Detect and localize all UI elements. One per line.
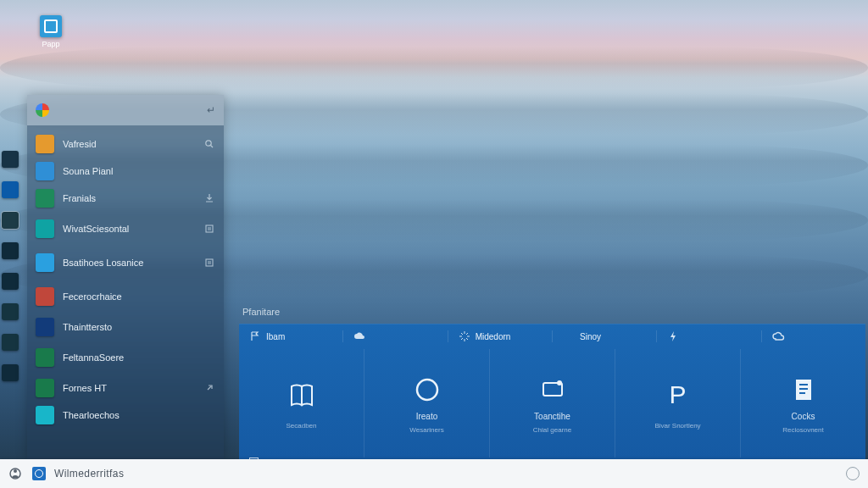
app-label: Thainttersto — [63, 322, 195, 333]
tile-label: Cocks — [792, 412, 815, 421]
svg-point-24 — [14, 469, 17, 473]
app-list-item[interactable]: Souna Pianl — [27, 158, 224, 185]
taskbar-search-icon[interactable] — [32, 467, 46, 480]
tile[interactable]: Secadben — [239, 349, 364, 458]
app-icon — [36, 348, 54, 367]
app-list-item[interactable]: Vafresid — [27, 130, 224, 158]
app-list-item[interactable]: Thainttersto — [27, 313, 224, 341]
submit-search-icon[interactable]: ↵ — [207, 104, 215, 116]
svg-point-18 — [557, 380, 562, 385]
tile-icon: P — [661, 378, 695, 412]
app-list-item[interactable]: Franials — [27, 185, 224, 212]
side-dock — [2, 151, 22, 381]
app-label: FeltannaSoere — [63, 352, 195, 363]
tile-mini[interactable]: Midedorn — [448, 330, 553, 342]
app-label: Franials — [63, 193, 195, 204]
cloud-icon — [353, 330, 365, 342]
svg-rect-5 — [206, 259, 213, 266]
app-label: WivatSciesontal — [63, 224, 195, 235]
desktop: Papp ↵ VafresidSouna PianlFranialsWivatS… — [0, 0, 868, 488]
dock-item[interactable] — [2, 273, 19, 290]
dock-item[interactable] — [2, 334, 19, 351]
tile-mini[interactable] — [762, 330, 865, 342]
bolt-icon — [667, 330, 679, 342]
tile-label: Toanctihe — [534, 412, 570, 421]
none-icon — [203, 409, 215, 421]
tile-mini[interactable]: Sinoy — [553, 330, 657, 342]
app-icon — [36, 287, 54, 306]
tile[interactable]: ToanctiheChial gearne — [490, 349, 615, 458]
app-icon — [40, 15, 62, 37]
taskbar-search-label[interactable]: Wilmederritfas — [54, 468, 124, 480]
link-icon — [203, 382, 215, 394]
dock-item[interactable] — [2, 242, 19, 259]
svg-line-1 — [211, 146, 214, 148]
none-icon — [203, 352, 215, 363]
tile-mini[interactable]: Ibam — [239, 330, 343, 342]
tile[interactable]: IreatoWesariners — [364, 349, 490, 458]
tiles-top-row: IbamMidedornSinoy — [239, 324, 865, 349]
tile[interactable]: CocksReciosovnent — [741, 349, 865, 458]
tile-label: Ireato — [416, 412, 438, 421]
search-icon — [203, 138, 215, 150]
svg-rect-2 — [206, 225, 213, 232]
dock-item[interactable] — [2, 364, 19, 381]
tiles-main-row: SecadbenIreatoWesarinersToanctiheChial g… — [239, 349, 865, 458]
taskbar: Wilmederritfas — [0, 459, 868, 488]
flag-icon — [249, 330, 261, 342]
app-icon — [36, 318, 54, 336]
tiles-heading: Pfanitare — [242, 307, 280, 317]
svg-line-12 — [461, 333, 463, 335]
svg-point-16 — [417, 380, 437, 400]
svg-line-14 — [466, 333, 468, 335]
desktop-shortcut[interactable]: Papp — [32, 15, 70, 48]
dock-item[interactable] — [2, 151, 19, 168]
blank-icon — [563, 330, 575, 342]
app-label: Vafresid — [63, 139, 195, 150]
start-menu: ↵ VafresidSouna PianlFranialsWivatScieso… — [27, 95, 224, 459]
tile-sublabel: Chial gearne — [533, 426, 571, 434]
tile-mini[interactable] — [343, 330, 448, 342]
app-icon — [36, 219, 54, 238]
start-search-input[interactable] — [56, 105, 200, 115]
svg-line-15 — [461, 338, 463, 340]
tile-icon — [410, 373, 444, 407]
app-list-item[interactable]: WivatSciesontal — [27, 212, 224, 246]
search-engine-icon — [36, 103, 49, 117]
app-label: Souna Pianl — [63, 166, 195, 177]
app-list-item[interactable]: FeltannaSoere — [27, 341, 224, 374]
tile-sublabel: Bivar Snortleny — [654, 422, 700, 430]
app-icon — [36, 379, 54, 397]
desktop-shortcut-label: Papp — [32, 40, 70, 48]
tile-mini[interactable] — [657, 330, 761, 342]
dock-item[interactable] — [2, 303, 19, 320]
tile-icon — [285, 378, 319, 412]
tile-icon — [536, 373, 570, 407]
burst-icon — [459, 330, 470, 342]
cloud2-icon — [772, 330, 784, 342]
tile-sublabel: Wesariners — [409, 426, 443, 434]
svg-point-0 — [206, 141, 211, 146]
tile-sublabel: Reciosovnent — [782, 426, 823, 434]
tile-mini-label: Ibam — [266, 332, 285, 341]
app-list-item[interactable]: Thearloechos — [27, 402, 224, 429]
app-list-item[interactable]: Bsatihoes Losanice — [27, 246, 224, 280]
tile-mini-label: Midedorn — [476, 332, 511, 341]
none-icon — [203, 165, 215, 177]
tile[interactable]: PBivar Snortleny — [615, 349, 741, 458]
app-label: Bsatihoes Losanice — [63, 258, 195, 269]
svg-line-13 — [466, 338, 468, 340]
app-icon — [36, 189, 54, 208]
app-list-item[interactable]: Fornes HT — [27, 374, 224, 402]
tile-icon — [787, 373, 821, 407]
none-icon — [203, 321, 215, 333]
taskbar-action-icon[interactable] — [846, 467, 860, 480]
dock-item[interactable] — [2, 212, 19, 229]
note-icon — [203, 257, 215, 269]
app-icon — [36, 135, 54, 153]
app-list-item[interactable]: Fecerocrhaice — [27, 280, 224, 313]
start-button[interactable] — [8, 466, 24, 481]
note-icon — [203, 223, 215, 235]
tile-mini-label: Sinoy — [580, 332, 601, 341]
dock-item[interactable] — [2, 181, 19, 198]
